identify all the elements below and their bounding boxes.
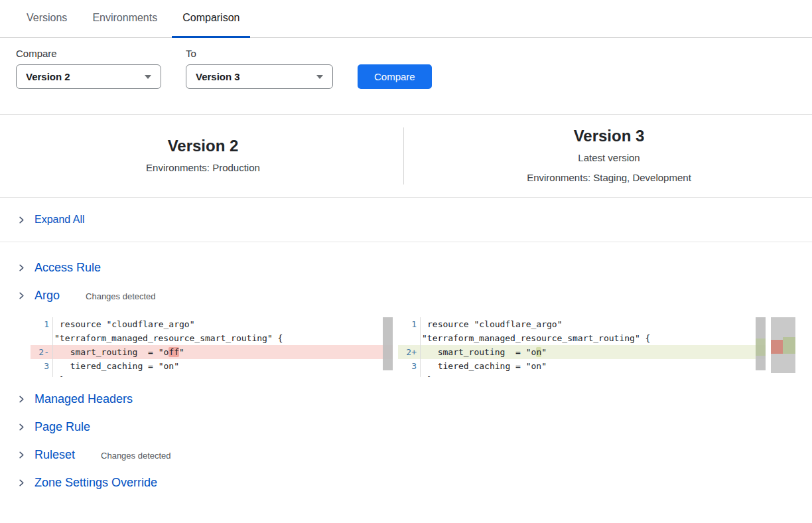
removed-word-highlight: ff [169, 347, 179, 357]
section-label[interactable]: Page Rule [34, 420, 90, 434]
chevron-right-icon[interactable] [17, 395, 26, 404]
tab-comparison[interactable]: Comparison [172, 0, 250, 38]
tab-bar: Versions Environments Comparison [0, 0, 812, 38]
section-label[interactable]: Access Rule [34, 261, 101, 275]
to-label: To [186, 48, 333, 59]
tab-versions[interactable]: Versions [16, 0, 78, 38]
code-row-clipped: 4 } [398, 373, 766, 377]
line-number: 1 [398, 317, 421, 331]
code-text: tiered_caching = "on" [53, 359, 179, 373]
version-right-title: Version 3 [433, 125, 785, 147]
compare-label: Compare [16, 48, 161, 59]
left-scrollbar[interactable] [383, 317, 393, 370]
diff-panel-right: 1 resource "cloudflare_argo" "terraform_… [398, 317, 766, 377]
line-number: 4 [398, 373, 421, 377]
right-scrollbar[interactable] [756, 317, 766, 370]
code-text: resource "cloudflare_argo" [421, 317, 563, 331]
version-right-environments: Environments: Staging, Development [433, 169, 785, 187]
code-row-added: 2+ smart_routing = "on" [398, 345, 766, 359]
chevron-right-icon[interactable] [17, 423, 26, 431]
argo-diff: 1 resource "cloudflare_argo" "terraform_… [31, 317, 796, 377]
code-text: "terraform_managed_resource_smart_routin… [421, 331, 650, 345]
to-field: To Version 3 [186, 48, 333, 89]
code-text: smart_routing = "on" [421, 345, 547, 359]
compare-version-select[interactable]: Version 2 [16, 64, 161, 89]
line-number [31, 331, 53, 345]
code-text: smart_routing = "off" [53, 345, 184, 359]
code-row: 1 resource "cloudflare_argo" [398, 317, 766, 331]
section-ruleset[interactable]: Ruleset Changes detected [17, 441, 796, 469]
line-number: 3 [398, 359, 421, 373]
section-access-rule[interactable]: Access Rule [17, 254, 796, 281]
changes-detected-badge: Changes detected [86, 289, 156, 301]
code-text: } [53, 373, 65, 377]
code-text: resource "cloudflare_argo" [53, 317, 195, 331]
line-number: 2+ [398, 345, 421, 359]
chevron-right-icon[interactable] [17, 291, 26, 300]
expand-all-link[interactable]: Expand All [34, 214, 85, 226]
section-managed-headers[interactable]: Managed Headers [17, 385, 796, 413]
chevron-right-icon[interactable] [17, 263, 26, 272]
caret-down-icon [316, 75, 323, 79]
section-label[interactable]: Ruleset [34, 448, 75, 462]
compare-version-value: Version 2 [26, 71, 70, 82]
code-text: } [421, 373, 433, 377]
compare-button[interactable]: Compare [358, 64, 432, 89]
code-row-removed: 2- smart_routing = "off" [31, 345, 393, 359]
version-left-environments: Environments: Production [27, 159, 379, 177]
version-header-right: Version 3 Latest version Environments: S… [406, 125, 812, 187]
diff-overview-ruler[interactable] [771, 317, 795, 373]
code-row-wrapped: "terraform_managed_resource_smart_routin… [398, 331, 766, 345]
section-page-rule[interactable]: Page Rule [17, 413, 796, 441]
code-row: 3 tiered_caching = "on" [398, 359, 766, 373]
to-version-value: Version 3 [196, 71, 240, 82]
section-zone-settings-override[interactable]: Zone Settings Override [17, 469, 796, 496]
expand-all-row[interactable]: Expand All [0, 198, 812, 242]
to-version-select[interactable]: Version 3 [186, 64, 333, 89]
code-row-clipped: 4 } [31, 373, 393, 377]
changes-detected-badge: Changes detected [101, 449, 171, 461]
caret-down-icon [145, 75, 151, 79]
code-row-wrapped: "terraform_managed_resource_smart_routin… [31, 331, 393, 345]
chevron-right-icon[interactable] [17, 479, 26, 487]
overview-added-mark [783, 337, 795, 354]
overview-removed-mark [771, 340, 783, 354]
section-argo[interactable]: Argo Changes detected [17, 281, 796, 309]
diff-panel-left: 1 resource "cloudflare_argo" "terraform_… [31, 317, 393, 377]
version-right-latest: Latest version [433, 149, 785, 167]
sections-list: Access Rule Argo Changes detected 1 reso… [0, 242, 812, 523]
section-label[interactable]: Argo [34, 289, 60, 303]
code-text: "terraform_managed_resource_smart_routin… [53, 331, 283, 345]
section-label[interactable]: Managed Headers [34, 392, 133, 406]
version-header-left: Version 2 Environments: Production [0, 135, 406, 177]
code-text: tiered_caching = "on" [421, 359, 547, 373]
tab-environments[interactable]: Environments [82, 0, 168, 38]
chevron-right-icon[interactable] [17, 216, 26, 224]
compare-controls: Compare Version 2 To Version 3 Compare [0, 38, 812, 89]
code-row: 1 resource "cloudflare_argo" [31, 317, 393, 331]
section-label[interactable]: Zone Settings Override [34, 476, 157, 490]
line-number [398, 331, 421, 345]
version-headers: Version 2 Environments: Production Versi… [0, 115, 812, 197]
line-number: 4 [31, 373, 53, 377]
code-row: 3 tiered_caching = "on" [31, 359, 393, 373]
scrollbar-change-mark [756, 338, 766, 356]
line-number: 2- [31, 345, 53, 359]
compare-field: Compare Version 2 [16, 48, 161, 89]
line-number: 1 [31, 317, 53, 331]
chevron-right-icon[interactable] [17, 451, 26, 459]
line-number: 3 [31, 359, 53, 373]
version-left-title: Version 2 [27, 135, 379, 157]
